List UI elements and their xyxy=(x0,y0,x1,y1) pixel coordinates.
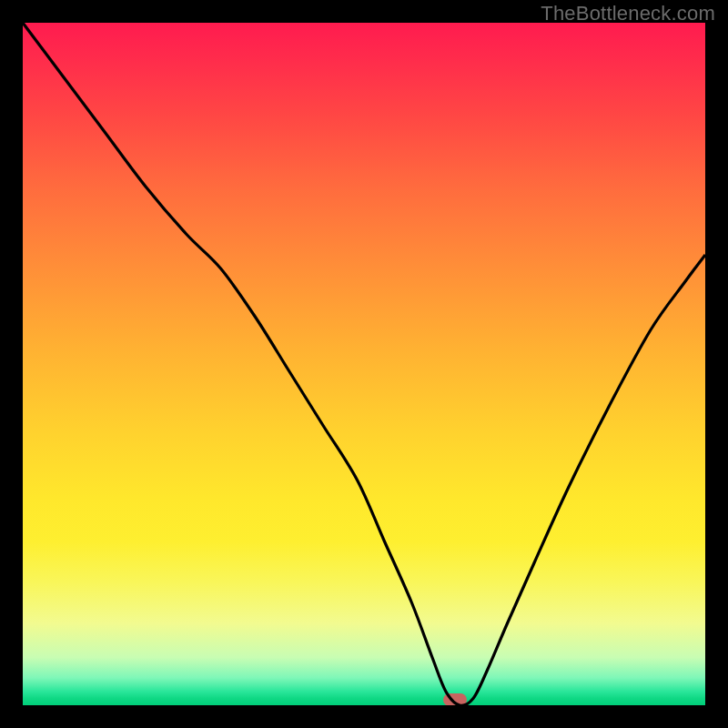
plot-area xyxy=(23,23,705,705)
watermark-text: TheBottleneck.com xyxy=(541,2,715,25)
chart-frame: TheBottleneck.com xyxy=(0,0,728,728)
bottleneck-curve-path xyxy=(23,23,705,705)
bottleneck-curve xyxy=(23,23,705,705)
